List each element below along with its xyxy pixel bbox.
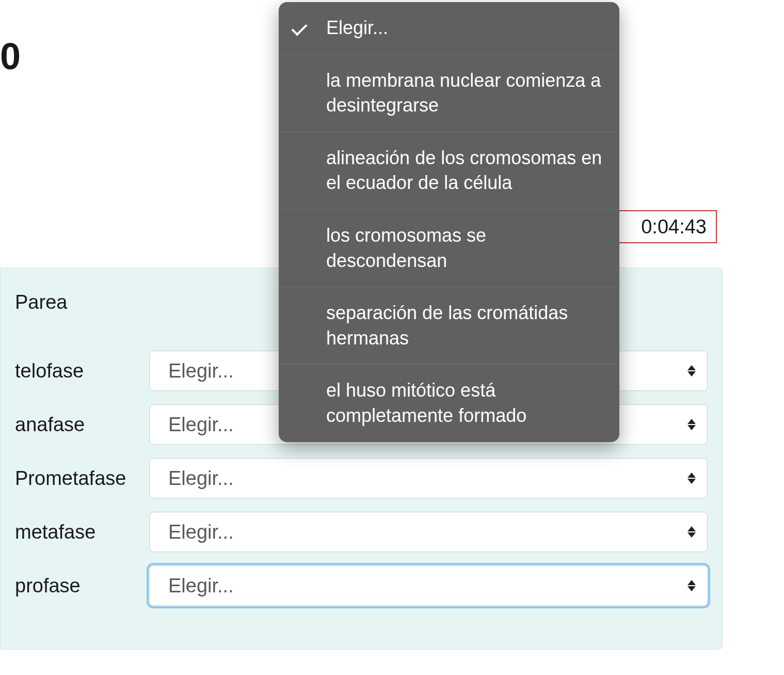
dropdown-option-membrana[interactable]: la membrana nuclear comienza a desintegr…	[279, 55, 619, 132]
select-caret-icon	[687, 580, 696, 591]
select-placeholder: Elegir...	[168, 467, 234, 490]
dropdown-option-descondensan[interactable]: los cromosomas se descondensan	[279, 210, 619, 287]
select-prometafase[interactable]: Elegir...	[149, 458, 708, 498]
select-placeholder: Elegir...	[168, 360, 234, 382]
dropdown-option-separacion[interactable]: separación de las cromátidas hermanas	[279, 287, 619, 365]
quiz-row-metafase: metafase Elegir...	[15, 512, 708, 552]
dropdown-option-alineacion[interactable]: alineación de los cromosomas en el ecuad…	[279, 132, 619, 210]
select-profase[interactable]: Elegir...	[149, 566, 708, 606]
select-caret-icon	[687, 473, 696, 484]
quiz-label: Prometafase	[15, 467, 149, 490]
select-caret-icon	[687, 526, 696, 538]
timer-box: 0:04:43	[614, 210, 717, 243]
quiz-label: profase	[15, 575, 149, 597]
quiz-row-prometafase: Prometafase Elegir...	[15, 458, 708, 498]
select-metafase[interactable]: Elegir...	[149, 512, 708, 552]
header-zero: 0	[0, 35, 21, 77]
dropdown-option-huso[interactable]: el huso mitótico está completamente form…	[279, 365, 619, 442]
select-caret-icon	[687, 419, 696, 430]
select-placeholder: Elegir...	[168, 575, 234, 597]
quiz-label: telofase	[15, 360, 149, 382]
quiz-row-profase: profase Elegir...	[15, 566, 708, 606]
select-placeholder: Elegir...	[168, 521, 234, 543]
timer-value: 0:04:43	[641, 216, 707, 238]
select-caret-icon	[687, 365, 696, 376]
quiz-label: metafase	[15, 521, 149, 543]
quiz-label: anafase	[15, 414, 149, 436]
dropdown-menu: Elegir... la membrana nuclear comienza a…	[279, 2, 619, 442]
select-placeholder: Elegir...	[168, 414, 234, 436]
dropdown-option-placeholder[interactable]: Elegir...	[279, 2, 619, 55]
